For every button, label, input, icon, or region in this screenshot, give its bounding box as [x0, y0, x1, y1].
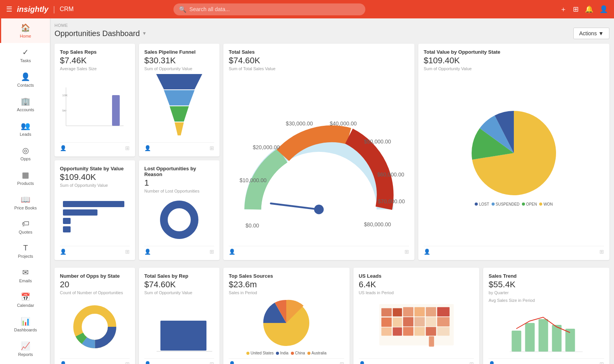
card-subtitle: Average Sales Size — [60, 66, 130, 71]
card-chart: LOST SUSPENDED OPEN WON — [424, 74, 604, 243]
svg-rect-39 — [393, 317, 402, 326]
sidebar-item-pricebooks[interactable]: 📖 Price Books — [0, 190, 50, 215]
card-chart — [144, 74, 214, 139]
card-sub2: Avg Sales Size in Period — [489, 298, 604, 303]
dashboard-grid: Top Sales Reps $7.46K Average Sales Size… — [54, 44, 609, 264]
grid-footer-icon: ⊞ — [469, 361, 474, 364]
user-footer-icon: 👤 — [144, 361, 151, 364]
calendar-icon: 📅 — [21, 292, 30, 301]
card-subtitle: Count of Number of Opportunities — [60, 290, 130, 295]
projects-icon: T — [23, 244, 28, 252]
sidebar-item-tasks[interactable]: ✓ Tasks — [0, 43, 50, 68]
svg-rect-49 — [437, 327, 449, 336]
svg-marker-8 — [164, 90, 195, 105]
svg-rect-54 — [552, 325, 562, 352]
svg-rect-37 — [437, 307, 449, 316]
donut-svg — [158, 199, 200, 241]
sidebar-item-contacts[interactable]: 👤 Contacts — [0, 68, 50, 92]
sidebar-item-opps[interactable]: ◎ Opps — [0, 141, 50, 166]
sidebar-item-calendar[interactable]: 📅 Calendar — [0, 288, 50, 312]
card-top-sales-sources: Top Sales Sources $23.6m Sales in Period — [223, 268, 350, 364]
svg-rect-42 — [426, 317, 436, 326]
grid-footer-icon: ⊞ — [340, 361, 344, 364]
search-input[interactable] — [190, 6, 360, 12]
svg-rect-36 — [426, 307, 436, 316]
accounts-icon: 🏢 — [21, 97, 30, 106]
search-icon: 🔍 — [179, 6, 187, 13]
legend-open: OPEN — [522, 202, 537, 206]
card-title: Total Value by Opportunity State — [424, 49, 604, 55]
card-value: $109.40K — [424, 56, 604, 66]
user-icon[interactable]: 👤 — [599, 5, 608, 13]
card-title: Lost Opportunities by Reason — [144, 166, 214, 177]
legend-us: United States — [246, 351, 274, 355]
pie-chart-svg — [472, 111, 556, 195]
card-value: 20 — [60, 280, 130, 290]
user-footer-icon: 👤 — [424, 249, 430, 255]
user-footer-icon: 👤 — [229, 361, 235, 364]
svg-text:$30,000.00: $30,000.00 — [286, 120, 313, 127]
svg-rect-46 — [403, 327, 413, 336]
card-us-leads: US Leads 6.4K US leads in Period — [353, 268, 480, 364]
card-value: 1 — [144, 178, 214, 188]
card-footer: 👤 ⊞ — [229, 246, 409, 255]
card-footer: 👤 ⊞ — [144, 246, 214, 255]
dashboards-icon: 📊 — [21, 317, 30, 326]
card-footer: 👤 ⊞ — [60, 246, 130, 255]
svg-rect-47 — [414, 327, 425, 336]
grid-icon[interactable]: ⊞ — [573, 5, 579, 13]
svg-rect-30 — [160, 321, 206, 351]
actions-button[interactable]: Actions ▼ — [573, 28, 609, 39]
main-content: HOME Opportunities Dashboard ▼ Actions ▼… — [50, 18, 614, 364]
sidebar-item-emails[interactable]: ✉ Emails — [0, 263, 50, 288]
legend-suspended: SUSPENDED — [492, 202, 520, 206]
sidebar-item-projects[interactable]: T Projects — [0, 239, 50, 263]
card-chart — [144, 196, 214, 243]
svg-point-28 — [83, 315, 106, 338]
sidebar-item-dashboards[interactable]: 📊 Dashboards — [0, 312, 50, 337]
sidebar-item-products[interactable]: ▦ Products — [0, 166, 50, 190]
dropdown-icon: ▼ — [142, 31, 147, 36]
us-map-svg — [359, 300, 474, 354]
sidebar-item-home[interactable]: 🏠 Home — [0, 18, 50, 43]
card-value: $74.60K — [229, 56, 409, 66]
svg-rect-48 — [426, 327, 436, 336]
user-footer-icon: 👤 — [144, 249, 151, 255]
bar-chart-rep-svg — [153, 313, 214, 355]
sidebar-item-quotes[interactable]: 🏷 Quotes — [0, 215, 50, 239]
bell-icon[interactable]: 🔔 — [585, 5, 593, 13]
grid-footer-icon: ⊞ — [125, 361, 130, 364]
svg-rect-33 — [393, 308, 402, 316]
emails-icon: ✉ — [22, 268, 29, 277]
breadcrumb: HOME — [54, 23, 609, 28]
sidebar-item-leads[interactable]: 👥 Leads — [0, 117, 50, 141]
legend-lost: LOST — [475, 202, 489, 206]
crm-label: CRM — [59, 6, 73, 13]
svg-line-11 — [271, 203, 319, 209]
user-footer-icon: 👤 — [359, 361, 365, 364]
trend-chart-svg — [489, 308, 604, 354]
svg-text:$40,000.00: $40,000.00 — [330, 120, 357, 127]
sidebar-item-accounts[interactable]: 🏢 Accounts — [0, 92, 50, 117]
card-footer: 👤 ⊞ — [60, 142, 130, 151]
grid-footer-icon: ⊞ — [404, 249, 409, 255]
funnel-svg — [149, 74, 210, 139]
hamburger-icon[interactable]: ☰ — [6, 5, 12, 13]
grid-footer-icon: ⊞ — [210, 249, 214, 255]
svg-rect-52 — [525, 323, 535, 352]
card-total-value: Total Value by Opportunity State $109.40… — [418, 44, 609, 260]
user-footer-icon: 👤 — [60, 145, 66, 151]
plus-icon[interactable]: ＋ — [560, 5, 567, 14]
card-value: $7.46K — [60, 56, 130, 66]
sidebar-item-adoptions[interactable]: ⚠ Adoptions — [0, 361, 50, 364]
sidebar: 🏠 Home ✓ Tasks 👤 Contacts 🏢 Accounts 👥 L… — [0, 18, 50, 364]
card-top-sales-reps: Top Sales Reps $7.46K Average Sales Size… — [54, 44, 135, 156]
sidebar-item-reports[interactable]: 📈 Reports — [0, 337, 50, 361]
tasks-icon: ✓ — [22, 48, 29, 57]
grid-footer-icon: ⊞ — [210, 145, 214, 151]
home-icon: 🏠 — [21, 23, 30, 32]
card-footer: 👤 ⊞ — [144, 142, 214, 151]
user-footer-icon: 👤 — [144, 145, 151, 151]
card-footer: 👤 ⊞ — [144, 358, 214, 364]
search-bar[interactable]: 🔍 — [173, 3, 365, 15]
